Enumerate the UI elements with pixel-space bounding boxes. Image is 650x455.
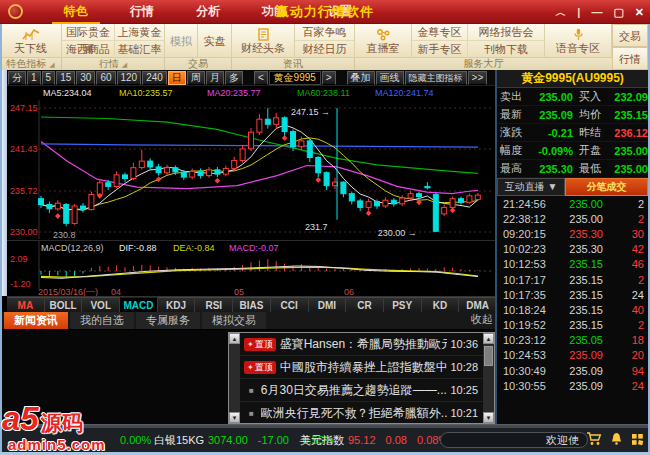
news-item[interactable]: ■6月30日交易推薦之趨勢追蹤——...10:25: [240, 379, 483, 402]
next-symbol-button[interactable]: >: [322, 71, 336, 85]
tick-list: 21:24:56235.00222:38:12235.00209:20:1523…: [497, 196, 648, 394]
news-item[interactable]: ✦置顶盛寶Hansen：希臘局勢推動歐元...10:36: [240, 333, 483, 356]
drawline-button[interactable]: 画线: [376, 71, 404, 85]
toolbar-voice-zone-button[interactable]: 语音专区: [545, 24, 612, 58]
menu-特色[interactable]: 特色: [52, 0, 100, 24]
collapse-news-button[interactable]: 收起: [471, 312, 493, 327]
tick-trades-tab[interactable]: 分笔成交: [565, 178, 648, 196]
indicator-tab-RSI[interactable]: RSI: [195, 297, 233, 313]
trade-button[interactable]: 交易: [612, 24, 648, 47]
indicator-tab-DMI[interactable]: DMI: [309, 297, 347, 313]
news-tab-专属服务[interactable]: 专属服务: [136, 312, 200, 329]
news-tab-我的自选[interactable]: 我的自选: [70, 312, 134, 329]
menu-行情[interactable]: 行情: [118, 0, 166, 24]
period-button-15[interactable]: 15: [56, 71, 75, 85]
period-button-120[interactable]: 120: [117, 71, 142, 85]
toolbar-jinzun-button[interactable]: 金尊专区: [412, 24, 468, 41]
close-button[interactable]: ✕: [635, 0, 644, 24]
indicator-tab-CR[interactable]: CR: [346, 297, 384, 313]
indicator-tab-CCI[interactable]: CCI: [271, 297, 309, 313]
live-interaction-tab[interactable]: 互动直播 ▼: [497, 178, 565, 196]
tick-row: 10:23:12235.0518: [497, 333, 648, 348]
period-button-5[interactable]: 5: [42, 71, 56, 85]
svg-text:235.72: 235.72: [10, 186, 38, 196]
period-button-240[interactable]: 240: [142, 71, 167, 85]
indicator-tab-DMA[interactable]: DMA: [459, 297, 497, 313]
tick-row: 10:30:55235.0924: [497, 378, 648, 393]
period-button-分[interactable]: 分: [8, 71, 26, 85]
indicator-tab-PSY[interactable]: PSY: [384, 297, 422, 313]
indicator-tab-BOLL[interactable]: BOLL: [45, 297, 83, 313]
scroll-down-icon[interactable]: ▼: [483, 412, 494, 423]
tick-row: 10:24:53235.0920: [497, 348, 648, 363]
news-item[interactable]: ■歐洲央行見死不救？拒絕希臘額外...10:21: [240, 402, 483, 423]
indicator-tab-BIAS[interactable]: BIAS: [233, 297, 271, 313]
indicator-tab-MA[interactable]: MA: [7, 297, 45, 313]
toolbar-web-report-button[interactable]: 网络报告会: [468, 24, 544, 41]
svg-text:MA5:234.04: MA5:234.04: [43, 88, 92, 98]
minimize-button[interactable]: —: [591, 0, 602, 24]
pin-icon: ✦: [247, 363, 254, 372]
toolbar-tianxiaxian-button[interactable]: 天下线: [0, 24, 62, 58]
candlestick-chart: 247.15241.43235.72230.00MA5:234.04MA10:2…: [7, 86, 497, 240]
news-left-scrollbar[interactable]: ▲ ▼: [229, 333, 240, 423]
overlay-button[interactable]: 叠加: [347, 71, 375, 85]
toolbar-calendar-button[interactable]: 财经日历: [295, 41, 354, 58]
scroll-down-icon[interactable]: ▼: [229, 412, 240, 423]
maximize-button[interactable]: ▢: [613, 0, 623, 24]
scroll-up-icon[interactable]: ▲: [483, 333, 494, 344]
toolbar-newbie-button[interactable]: 新手专区: [412, 41, 468, 58]
more-button[interactable]: >>: [468, 71, 488, 85]
news-right-scrollbar[interactable]: ▲ ▼: [483, 333, 494, 423]
toolbar-publication-button[interactable]: 刊物下载: [468, 41, 544, 58]
news-item[interactable]: ✦置顶中國股市持續暴挫上證指數盤中...10:28: [240, 356, 483, 379]
period-button-30[interactable]: 30: [76, 71, 95, 85]
section-service-hall: 服务大厅: [355, 58, 612, 70]
news-document-icon: [258, 27, 269, 40]
status-usd-index-name[interactable]: 美元指数: [300, 428, 344, 452]
tick-price: 235.09: [557, 365, 603, 377]
toolbar-base-fx-button[interactable]: 基础汇率: [115, 41, 164, 58]
period-button-60[interactable]: 60: [96, 71, 115, 85]
period-button-1[interactable]: 1: [27, 71, 41, 85]
cart-icon[interactable]: [586, 432, 602, 450]
prev-symbol-button[interactable]: <: [254, 71, 268, 85]
menu-分析[interactable]: 分析: [184, 0, 232, 24]
quote-button[interactable]: 行情: [612, 47, 648, 70]
svg-text:MA10:235.57: MA10:235.57: [119, 88, 173, 98]
status-value: 3074.00: [208, 434, 248, 446]
toolbar-shanghai-gold-button[interactable]: 上海黄金: [115, 24, 164, 41]
welcome-marquee-box[interactable]: 欢迎使: [440, 432, 588, 448]
period-button-周[interactable]: 周: [187, 71, 205, 85]
toolbar-haixi-button[interactable]: 海西商品: [62, 41, 115, 58]
indicator-tab-KDJ[interactable]: KDJ: [158, 297, 196, 313]
period-button-多[interactable]: 多: [225, 71, 243, 85]
quote-value: 235.15: [607, 109, 648, 121]
indicator-tab-VOL[interactable]: VOL: [82, 297, 120, 313]
toolbar-finance-headline-button[interactable]: 财经头条: [232, 24, 295, 58]
quote-label: 最新: [500, 107, 530, 122]
toolbar-simulated-button[interactable]: 模拟: [165, 24, 198, 58]
grid-apps-icon[interactable]: [631, 432, 644, 450]
section-trade: 交易: [165, 58, 232, 70]
bell-icon[interactable]: [610, 432, 623, 450]
pinned-badge: ✦置顶: [244, 361, 276, 374]
period-button-日[interactable]: 日: [168, 71, 186, 85]
toolbar-baijia-button[interactable]: 百家争鸣: [295, 24, 354, 41]
indicator-tab-KD[interactable]: KD: [422, 297, 460, 313]
news-tab-模拟交易[interactable]: 模拟交易: [202, 312, 266, 329]
scroll-up-icon[interactable]: ▲: [229, 333, 240, 344]
tick-row: 09:20:15235.3030: [497, 226, 648, 241]
quote-label: 买入: [573, 89, 607, 104]
collapse-button[interactable]: ︿: [555, 0, 566, 24]
scrollbar-thumb[interactable]: [484, 346, 493, 366]
period-button-月[interactable]: 月: [206, 71, 224, 85]
status-silver-name[interactable]: 白银15KG: [154, 428, 204, 452]
news-tab-新闻资讯[interactable]: 新闻资讯: [4, 312, 68, 329]
indicator-tab-MACD[interactable]: MACD: [120, 297, 158, 313]
hide-indicators-button[interactable]: 隐藏主图指标: [405, 71, 467, 85]
toolbar-intl-metals-button[interactable]: 国际贵金属: [62, 24, 115, 41]
toolbar-real-trade-button[interactable]: 实盘: [198, 24, 232, 58]
toolbar-live-room-button[interactable]: 直播室: [355, 24, 412, 58]
svg-text:2.09: 2.09: [10, 254, 28, 264]
